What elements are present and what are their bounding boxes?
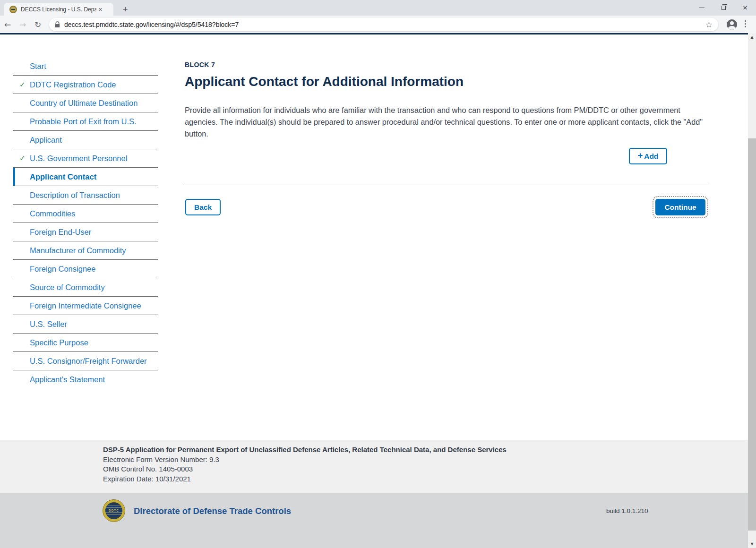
back-button[interactable]: Back	[185, 199, 221, 215]
lock-icon	[55, 21, 60, 28]
sidebar-item-label: Specific Purpose	[30, 338, 88, 347]
sidebar-item-label: Commodities	[30, 209, 75, 218]
sidebar-item-applicant[interactable]: ✓ Applicant	[13, 131, 158, 149]
address-bar[interactable]: deccs.test.pmddtc.state.gov/licensing/#/…	[49, 18, 718, 31]
sidebar-item-description-of-transaction[interactable]: ✓ Description of Transaction	[13, 186, 158, 205]
browser-menu-icon[interactable]	[745, 20, 746, 27]
url-text[interactable]: deccs.test.pmddtc.state.gov/licensing/#/…	[64, 21, 705, 28]
add-button-label: Add	[644, 152, 658, 161]
sidebar-item-ddtc-registration-code[interactable]: ✓ DDTC Registration Code	[13, 76, 158, 94]
scroll-up-icon[interactable]: ▲	[748, 33, 756, 41]
browser-tab[interactable]: DECCS Licensing - U.S. Departme ×	[4, 3, 113, 16]
sidebar-item-label: DDTC Registration Code	[30, 80, 116, 89]
scroll-down-icon[interactable]: ▼	[748, 540, 756, 548]
sidebar-item-label: Start	[30, 62, 46, 71]
org-name: Directorate of Defense Trade Controls	[134, 506, 291, 516]
sidebar-item-country-of-ultimate-destination[interactable]: ✓ Country of Ultimate Destination	[13, 94, 158, 112]
sidebar-item-foreign-end-user[interactable]: ✓ Foreign End-User	[13, 223, 158, 241]
sidebar-item-foreign-consignee[interactable]: ✓ Foreign Consignee	[13, 260, 158, 278]
add-button[interactable]: + Add	[629, 148, 667, 164]
sidebar-item-label: Foreign Intermediate Consignee	[30, 301, 141, 310]
sidebar-item-label: Applicant	[30, 136, 62, 145]
sidebar-item-label: Foreign Consignee	[30, 265, 95, 274]
page-description: Provide all information for individuals …	[185, 104, 709, 140]
sidebar-item-label: Applicant's Statement	[30, 375, 105, 384]
browser-window: DECCS Licensing - U.S. Departme × + × ← …	[0, 0, 756, 548]
sidebar-item-label: U.S. Seller	[30, 320, 67, 329]
page-title: Applicant Contact for Additional Informa…	[185, 74, 464, 89]
ddtc-seal-icon: DDTC	[103, 499, 125, 522]
sidebar-item-u-s-consignor-freight-forwarder[interactable]: ✓ U.S. Consignor/Freight Forwarder	[13, 352, 158, 370]
plus-icon: +	[638, 151, 643, 161]
check-icon: ✓	[19, 154, 26, 163]
sidebar-item-manufacturer-of-commodity[interactable]: ✓ Manufacturer of Commodity	[13, 241, 158, 260]
page-content: ✓ Start ✓ DDTC Registration Code ✓ Count…	[0, 33, 748, 548]
sidebar-item-start[interactable]: ✓ Start	[13, 57, 158, 76]
site-footer: DDTC Directorate of Defense Trade Contro…	[0, 493, 748, 548]
add-row: + Add	[185, 148, 709, 164]
close-icon: ×	[743, 4, 747, 12]
expiration-date: Expiration Date: 10/31/2021	[103, 474, 748, 484]
sidebar-item-label: Country of Ultimate Destination	[30, 99, 137, 108]
sidebar-item-u-s-government-personnel[interactable]: ✓ U.S. Government Personnel	[13, 149, 158, 168]
sidebar-item-applicant-contact[interactable]: ✓ Applicant Contact	[13, 168, 158, 186]
browser-titlebar: DECCS Licensing - U.S. Departme × + ×	[0, 0, 756, 16]
ddtc-seal-favicon-icon	[9, 6, 17, 13]
sidebar-item-label: Applicant Contact	[30, 172, 96, 181]
new-tab-button[interactable]: +	[119, 4, 131, 15]
sidebar-item-label: Description of Transaction	[30, 191, 120, 200]
sidebar-item-applicant-s-statement[interactable]: ✓ Applicant's Statement	[13, 370, 158, 389]
block-label: BLOCK 7	[185, 61, 215, 68]
close-button[interactable]: ×	[734, 0, 756, 16]
continue-button[interactable]: Continue	[655, 199, 705, 215]
sidebar-item-label: Probable Port of Exit from U.S.	[30, 117, 137, 126]
section-divider	[185, 185, 709, 185]
window-controls: ×	[691, 0, 756, 16]
sidebar-nav: ✓ Start ✓ DDTC Registration Code ✓ Count…	[13, 57, 158, 389]
check-icon: ✓	[19, 80, 26, 89]
minimize-icon	[699, 8, 704, 8]
restore-button[interactable]	[713, 0, 734, 16]
vertical-scrollbar[interactable]: ▲ ▼	[748, 33, 756, 548]
form-title: DSP-5 Application for Permanent Export o…	[103, 445, 748, 455]
sidebar-item-label: U.S. Government Personnel	[30, 154, 127, 163]
minimize-button[interactable]	[691, 0, 713, 16]
bookmark-star-icon[interactable]: ☆	[705, 20, 713, 29]
profile-avatar-icon[interactable]	[727, 19, 737, 30]
reload-icon[interactable]: ↻	[30, 20, 45, 29]
navigation-buttons: Back Continue	[185, 199, 709, 215]
forward-icon[interactable]: →	[15, 20, 30, 29]
form-version: Electronic Form Version Number: 9.3	[103, 455, 748, 465]
omb-control: OMB Control No. 1405-0003	[103, 464, 748, 474]
sidebar-item-label: Foreign End-User	[30, 228, 91, 237]
browser-toolbar: ← → ↻ deccs.test.pmddtc.state.gov/licens…	[0, 16, 756, 33]
tab-close-icon[interactable]: ×	[98, 6, 103, 13]
sidebar-item-specific-purpose[interactable]: ✓ Specific Purpose	[13, 334, 158, 352]
sidebar-item-label: Manufacturer of Commodity	[30, 246, 126, 255]
scrollbar-thumb[interactable]	[748, 138, 756, 531]
build-number: build 1.0.1.210	[606, 507, 648, 514]
sidebar-item-u-s-seller[interactable]: ✓ U.S. Seller	[13, 315, 158, 334]
page-top-accent-bar	[0, 33, 748, 34]
sidebar-item-commodities[interactable]: ✓ Commodities	[13, 205, 158, 223]
form-info-footer: DSP-5 Application for Permanent Export o…	[0, 440, 748, 493]
tab-title: DECCS Licensing - U.S. Departme	[21, 6, 96, 13]
sidebar-item-source-of-commodity[interactable]: ✓ Source of Commodity	[13, 278, 158, 297]
sidebar-item-foreign-intermediate-consignee[interactable]: ✓ Foreign Intermediate Consignee	[13, 297, 158, 315]
sidebar-item-label: Source of Commodity	[30, 283, 105, 292]
sidebar-item-probable-port-of-exit-from-u-s[interactable]: ✓ Probable Port of Exit from U.S.	[13, 112, 158, 131]
sidebar-item-label: U.S. Consignor/Freight Forwarder	[30, 357, 147, 366]
back-icon[interactable]: ←	[0, 20, 15, 29]
restore-icon	[722, 6, 726, 10]
